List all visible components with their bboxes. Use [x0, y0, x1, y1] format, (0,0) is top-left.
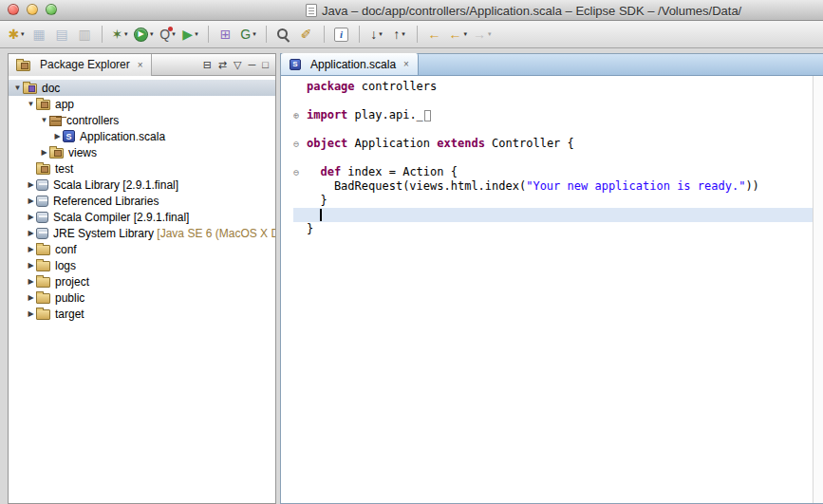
close-window-button[interactable]: [8, 4, 19, 15]
link-with-editor-icon[interactable]: ⇄: [218, 60, 227, 70]
tree-item-target[interactable]: ▶target: [9, 306, 275, 322]
text-caret: [320, 209, 322, 221]
code-token: BadRequest(views.html.index(: [307, 179, 526, 193]
tree-item-controllers[interactable]: ▼controllers: [9, 112, 275, 128]
disclosure-triangle[interactable]: ▼: [12, 84, 23, 92]
g-tool-button[interactable]: G▾: [238, 24, 259, 46]
titlebar[interactable]: Java – doc/app/controllers/Application.s…: [0, 0, 823, 21]
close-view-icon[interactable]: ×: [138, 60, 143, 70]
tree-item-doc[interactable]: ▼doc: [9, 80, 275, 96]
package-explorer-panel: Package Explorer × ⊟⇄▽─□ ▼doc▼app▼contro…: [8, 53, 276, 504]
next-annotation-button[interactable]: ↓▾: [366, 24, 387, 46]
new-java-project-button[interactable]: ⊞: [215, 24, 236, 46]
code-token: }: [307, 194, 327, 207]
tree-item-app[interactable]: ▼app: [9, 96, 275, 112]
info-button[interactable]: i: [331, 24, 352, 46]
disclosure-triangle[interactable]: ▶: [26, 196, 36, 205]
disclosure-triangle[interactable]: ▶: [39, 148, 49, 157]
minimize-window-button[interactable]: [27, 4, 38, 15]
fold-toggle-icon[interactable]: ⊖: [293, 137, 307, 151]
toolbar-separator: [359, 26, 360, 43]
disclosure-triangle[interactable]: ▶: [26, 180, 36, 189]
code-line[interactable]: }: [293, 222, 813, 236]
code-line[interactable]: BadRequest(views.html.index("Your new ap…: [293, 179, 813, 194]
tree-item-project[interactable]: ▶project: [9, 273, 275, 289]
close-tab-icon[interactable]: ×: [403, 59, 409, 69]
library-icon: [36, 179, 48, 191]
view-menu-icon[interactable]: ▽: [234, 60, 241, 70]
last-edit-location-button[interactable]: ←: [424, 24, 445, 46]
disclosure-triangle[interactable]: ▶: [26, 213, 36, 221]
disclosure-triangle[interactable]: ▶: [26, 245, 36, 253]
disclosure-triangle[interactable]: ▶: [26, 293, 36, 302]
minimize-view-icon[interactable]: ─: [249, 60, 256, 70]
fold-toggle-icon[interactable]: ⊖: [293, 165, 307, 179]
code-editor[interactable]: package controllers⊕import play.api._⊖ob…: [281, 76, 823, 503]
scala-file-icon: S: [290, 59, 301, 70]
code-line[interactable]: ⊕import play.api._: [293, 108, 813, 122]
back-icon: ←: [449, 28, 462, 41]
placeholder-box: [424, 110, 431, 121]
code-line[interactable]: [293, 122, 813, 137]
disclosure-triangle[interactable]: ▶: [26, 229, 36, 237]
window-title: Java – doc/app/controllers/Application.s…: [322, 4, 741, 18]
new-wizard-icon: ✱: [8, 28, 19, 41]
save-all-button[interactable]: ▤: [51, 24, 72, 46]
annotate-button[interactable]: ✐: [296, 24, 317, 46]
library-icon: [36, 196, 48, 207]
code-line[interactable]: ⊖object Application extends Controller {: [293, 137, 813, 151]
disclosure-triangle[interactable]: ▶: [26, 277, 36, 286]
package-folder-icon: [49, 148, 64, 159]
new-wizard-button[interactable]: ✱▾: [6, 24, 27, 46]
run-q-button[interactable]: Q▾: [158, 24, 178, 46]
dropdown-arrow-icon: ▾: [21, 30, 25, 38]
fold-toggle-icon[interactable]: ⊕: [293, 108, 307, 122]
tree-item-logs[interactable]: ▶logs: [9, 257, 275, 273]
disclosure-triangle[interactable]: ▶: [26, 309, 36, 318]
code-line[interactable]: [293, 151, 813, 165]
disclosure-triangle[interactable]: ▶: [26, 261, 36, 270]
editor-tab-application-scala[interactable]: S Application.scala ×: [281, 53, 419, 75]
code-line[interactable]: package controllers: [293, 80, 813, 94]
debug-button[interactable]: ✶▾: [109, 24, 130, 46]
project-tree[interactable]: ▼doc▼app▼controllers▶SApplication.scala▶…: [9, 76, 275, 503]
zoom-window-button[interactable]: [46, 4, 57, 15]
tree-item-public[interactable]: ▶public: [9, 289, 275, 306]
code-line[interactable]: ⊖ def index = Action {: [293, 165, 813, 179]
maximize-view-icon[interactable]: □: [262, 60, 269, 70]
editor-tab-label: Application.scala: [310, 58, 396, 71]
back-button[interactable]: ←▾: [447, 24, 470, 46]
tree-item-application-scala[interactable]: ▶SApplication.scala: [9, 128, 275, 144]
code-token: extends: [437, 137, 485, 150]
previous-annotation-button[interactable]: ↑▾: [389, 24, 410, 46]
document-proxy-icon: [306, 4, 317, 17]
tree-item-conf[interactable]: ▶conf: [9, 241, 275, 257]
print-button[interactable]: ▥: [74, 24, 95, 46]
package-explorer-tab[interactable]: Package Explorer ×: [9, 54, 152, 76]
code-token: Controller {: [485, 137, 574, 150]
tree-item-scala-compiler-2-9-1-final[interactable]: ▶Scala Compiler [2.9.1.final]: [9, 209, 275, 225]
disclosure-triangle[interactable]: ▼: [26, 100, 36, 108]
disclosure-triangle[interactable]: ▶: [52, 132, 63, 140]
tree-item-referenced-libraries[interactable]: ▶Referenced Libraries: [9, 193, 275, 209]
code-line[interactable]: [293, 208, 813, 222]
run-button[interactable]: ▶▾: [132, 24, 156, 46]
toolbar-separator: [324, 26, 325, 43]
tree-item-scala-library-2-9-1-final[interactable]: ▶Scala Library [2.9.1.final]: [9, 177, 275, 193]
tree-item-jre-system-library[interactable]: ▶JRE System Library [Java SE 6 (MacOS X …: [9, 225, 275, 241]
save-button[interactable]: ▦: [28, 24, 49, 46]
tree-item-label: app: [55, 98, 74, 111]
disclosure-triangle[interactable]: ▼: [39, 116, 49, 124]
external-tools-button[interactable]: ▶▾: [180, 24, 201, 46]
g-tool-icon: G: [240, 28, 251, 41]
tree-item-suffix: [Java SE 6 (MacOS X Def...: [154, 227, 275, 240]
collapse-all-icon[interactable]: ⊟: [203, 60, 212, 70]
tree-item-views[interactable]: ▶views: [9, 144, 275, 160]
overview-ruler[interactable]: [813, 76, 823, 503]
search-button[interactable]: [273, 24, 294, 46]
code-line[interactable]: }: [293, 194, 813, 208]
forward-button[interactable]: →▾: [471, 24, 494, 46]
tree-item-test[interactable]: test: [9, 160, 275, 177]
code-line[interactable]: [293, 94, 813, 108]
code-lines[interactable]: package controllers⊕import play.api._⊖ob…: [293, 76, 813, 503]
